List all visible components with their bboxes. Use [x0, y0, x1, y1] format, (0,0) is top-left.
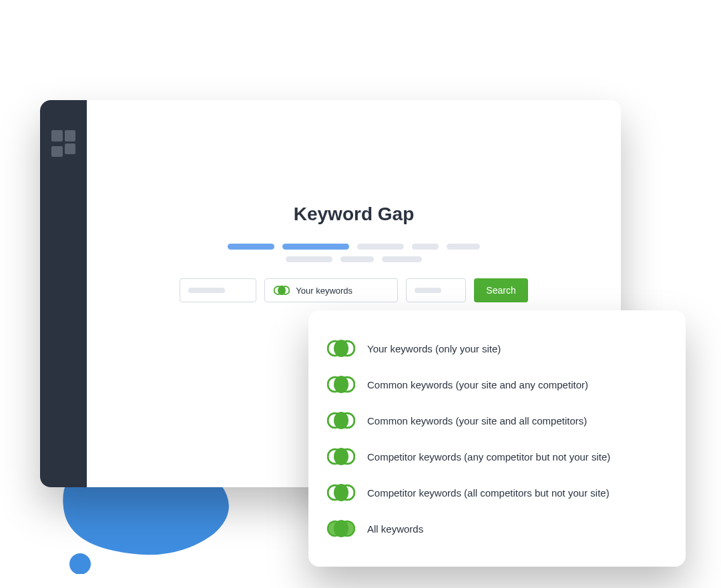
venn-competitor-all-icon	[327, 483, 355, 503]
input-row: Your keywords Search	[180, 278, 527, 302]
sidebar	[40, 100, 87, 487]
venn-icon	[273, 284, 290, 296]
dropdown-option-common-any[interactable]: Common keywords (your site and any compe…	[327, 366, 667, 402]
dropdown-option-label: All keywords	[367, 523, 423, 535]
venn-your-icon	[327, 338, 355, 358]
keyword-type-label: Your keywords	[296, 286, 352, 296]
domain-input-2[interactable]	[406, 278, 466, 302]
dropdown-option-your-keywords[interactable]: Your keywords (only your site)	[327, 330, 667, 366]
venn-common-all-icon	[327, 410, 355, 430]
dropdown-option-label: Common keywords (your site and any compe…	[367, 379, 588, 390]
dropdown-option-label: Your keywords (only your site)	[367, 343, 501, 354]
dropdown-option-common-all[interactable]: Common keywords (your site and all compe…	[327, 402, 667, 438]
svg-point-18	[334, 412, 348, 429]
venn-common-any-icon	[327, 374, 355, 394]
dropdown-option-label: Competitor keywords (all competitors but…	[367, 487, 610, 499]
dropdown-option-competitor-any[interactable]: Competitor keywords (any competitor but …	[327, 438, 667, 475]
dropdown-option-label: Competitor keywords (any competitor but …	[367, 451, 610, 463]
domain-input-1[interactable]	[180, 278, 256, 302]
venn-competitor-any-icon	[327, 447, 355, 467]
page-title: Keyword Gap	[294, 204, 414, 225]
svg-point-13	[334, 376, 348, 393]
logo-icon	[51, 130, 75, 154]
svg-point-23	[334, 448, 348, 465]
placeholder-row-1	[228, 244, 480, 250]
svg-point-33	[334, 520, 348, 537]
dropdown-option-all-keywords[interactable]: All keywords	[327, 511, 667, 547]
svg-point-8	[334, 340, 348, 357]
placeholder-row-2	[286, 256, 422, 262]
keyword-type-selector[interactable]: Your keywords	[264, 278, 398, 302]
venn-all-icon	[327, 519, 355, 539]
search-button[interactable]: Search	[474, 278, 527, 302]
keyword-type-dropdown: Your keywords (only your site) Common ke…	[308, 310, 686, 567]
svg-point-0	[69, 553, 91, 574]
svg-point-28	[334, 484, 348, 501]
dropdown-option-label: Common keywords (your site and all compe…	[367, 415, 587, 426]
dropdown-option-competitor-all[interactable]: Competitor keywords (all competitors but…	[327, 475, 667, 511]
